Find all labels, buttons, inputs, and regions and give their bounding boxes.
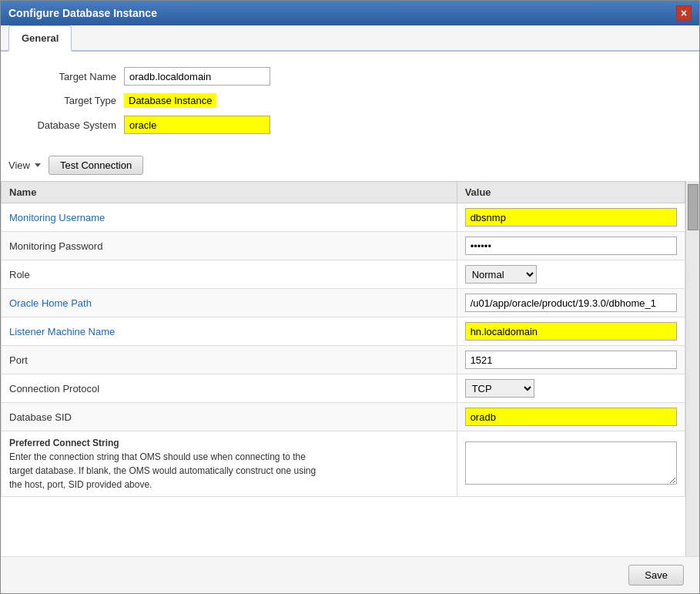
chevron-down-icon	[35, 163, 41, 167]
input-listener-machine-name[interactable]	[465, 322, 677, 341]
table-row-value-1	[457, 232, 685, 260]
col-value-header: Value	[457, 182, 685, 203]
tab-general[interactable]: General	[8, 25, 72, 52]
content-area: Name Value Monitoring UsernameMonitoring…	[1, 181, 685, 556]
view-button[interactable]: View	[8, 159, 41, 171]
preferred-connect-label: Preferred Connect StringEnter the connec…	[9, 436, 449, 492]
dialog-body: General Target Name Target Type Database…	[1, 25, 699, 556]
table-row-name-4: Listener Machine Name	[2, 317, 457, 346]
select-connection-protocol[interactable]: TCPTCPS	[465, 379, 534, 398]
table-row-name-6: Connection Protocol	[2, 374, 457, 403]
close-button[interactable]: ×	[676, 5, 692, 21]
scrollbar-thumb[interactable]	[688, 184, 698, 230]
table-row-name-7: Database SID	[2, 403, 457, 431]
table-row-name-8: Preferred Connect StringEnter the connec…	[2, 431, 457, 497]
table-row-value-8	[457, 431, 685, 497]
table-row-name-2: Role	[2, 260, 457, 289]
input-oracle-home-path[interactable]	[465, 294, 677, 312]
table-row-value-2: NormalSYSDBASYSOPER	[457, 260, 685, 289]
table-row-value-7	[457, 403, 685, 431]
table-row-value-3	[457, 289, 685, 317]
table-row-value-4	[457, 317, 685, 346]
select-role[interactable]: NormalSYSDBASYSOPER	[465, 265, 537, 284]
input-database-sid[interactable]	[465, 408, 677, 426]
dialog-titlebar: Configure Database Instance ×	[1, 1, 699, 25]
target-type-row: Target Type Database Instance	[24, 93, 676, 108]
form-section: Target Name Target Type Database Instanc…	[1, 52, 699, 149]
main-content: Name Value Monitoring UsernameMonitoring…	[1, 181, 699, 556]
dialog-title: Configure Database Instance	[8, 7, 157, 19]
target-type-label: Target Type	[24, 95, 124, 106]
target-name-row: Target Name	[24, 67, 676, 86]
col-name-header: Name	[2, 182, 457, 203]
target-type-badge: Database Instance	[124, 93, 216, 108]
view-label: View	[8, 159, 30, 171]
test-connection-button[interactable]: Test Connection	[49, 156, 143, 175]
table-row-value-0	[457, 203, 685, 232]
input-monitoring-username[interactable]	[465, 208, 677, 227]
toolbar-row: View Test Connection	[1, 149, 699, 181]
table-row-name-5: Port	[2, 346, 457, 374]
database-system-input[interactable]	[124, 116, 270, 134]
target-name-input[interactable]	[124, 67, 270, 86]
save-button[interactable]: Save	[628, 565, 684, 586]
dialog-footer: Save	[1, 556, 699, 593]
input-port[interactable]	[465, 351, 677, 369]
scrollbar[interactable]	[685, 181, 699, 556]
database-system-label: Database System	[24, 119, 124, 131]
table-row-value-6: TCPTCPS	[457, 374, 685, 403]
database-system-row: Database System	[24, 116, 676, 134]
tabs-bar: General	[1, 25, 699, 52]
table-row-name-3: Oracle Home Path	[2, 289, 457, 317]
password-input[interactable]	[465, 237, 677, 255]
target-name-label: Target Name	[24, 71, 124, 82]
properties-table: Name Value Monitoring UsernameMonitoring…	[1, 181, 685, 497]
configure-database-dialog: Configure Database Instance × General Ta…	[0, 0, 700, 594]
table-row-value-5	[457, 346, 685, 374]
table-row-name-1: Monitoring Password	[2, 232, 457, 260]
preferred-connect-textarea[interactable]	[465, 441, 677, 485]
table-row-name-0: Monitoring Username	[2, 203, 457, 232]
